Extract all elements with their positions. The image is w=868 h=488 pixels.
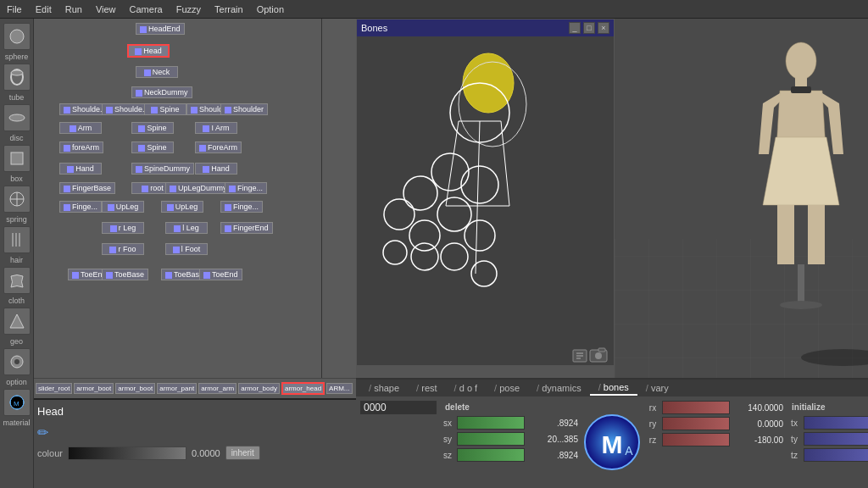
node-spine2[interactable]: Spine xyxy=(131,141,174,153)
node-fingere[interactable]: Finge... xyxy=(220,201,263,213)
box-tool[interactable] xyxy=(3,145,31,172)
node-spinedummy[interactable]: SpineDummy xyxy=(131,163,194,175)
tab-bones[interactable]: bones xyxy=(590,380,637,396)
tab-shape[interactable]: shape xyxy=(360,381,408,395)
node-icon-rfoo xyxy=(109,247,116,253)
node-rleg[interactable]: r Leg xyxy=(102,222,144,234)
node-toebase[interactable]: ToeBase xyxy=(102,269,148,280)
node-fingerr[interactable]: Finge... xyxy=(225,182,267,194)
tz-bar[interactable] xyxy=(804,448,868,462)
bones-3d-viewport[interactable] xyxy=(357,36,614,365)
node-uplegy[interactable]: UpLeg xyxy=(102,201,144,213)
sx-label: sx xyxy=(441,419,454,428)
armor-node-7[interactable]: ARM... xyxy=(326,383,352,394)
inherit-button[interactable]: inherit xyxy=(225,446,260,460)
pencil-icon[interactable]: ✏ xyxy=(37,424,48,441)
node-uplegdummy[interactable]: UpLegDummy xyxy=(165,182,231,194)
armor-node-6[interactable]: armor_head xyxy=(281,382,325,395)
node-icon-shoulder2 xyxy=(225,107,231,114)
dialog-maximize[interactable]: □ xyxy=(583,22,595,34)
material-tool[interactable]: M xyxy=(3,389,31,416)
node-icon-neck xyxy=(144,69,151,76)
node-shoulder2[interactable]: Shoulder xyxy=(220,103,268,115)
dialog-minimize[interactable]: _ xyxy=(569,22,581,34)
node-graph-area[interactable]: HeadEndHeadNeckNeckDummyShoulde...Should… xyxy=(34,19,322,378)
node-forearml[interactable]: foreArm xyxy=(59,141,103,153)
node-lfoo[interactable]: l Foot xyxy=(165,243,208,255)
dialog-close[interactable]: × xyxy=(598,22,609,34)
node-headend[interactable]: HeadEnd xyxy=(136,23,185,35)
node-neck[interactable]: Neck xyxy=(136,66,178,78)
option-tool[interactable] xyxy=(3,348,31,375)
tab-rest[interactable]: rest xyxy=(408,381,445,395)
node-handr[interactable]: Hand xyxy=(195,163,237,175)
bones-titlebar[interactable]: Bones _ □ × xyxy=(357,19,614,36)
node-arml[interactable]: Arm xyxy=(59,122,102,134)
node-icon-toebase xyxy=(106,272,113,279)
sz-label: sz xyxy=(441,451,454,460)
menu-view[interactable]: View xyxy=(89,3,123,16)
left-value-input[interactable] xyxy=(360,401,437,414)
node-forearmr[interactable]: ForeArm xyxy=(195,141,242,153)
menu-option[interactable]: Option xyxy=(250,3,291,16)
ry-bar[interactable] xyxy=(662,417,730,430)
tube-tool[interactable] xyxy=(3,64,31,91)
rz-bar[interactable] xyxy=(662,433,730,446)
menu-run[interactable]: Run xyxy=(58,3,89,16)
menu-terrain[interactable]: Terrain xyxy=(208,3,250,16)
armor-node-0[interactable]: slider_root xyxy=(36,383,72,394)
node-shouldersp[interactable]: Spine xyxy=(144,103,186,115)
delete-label: delete xyxy=(441,401,578,413)
armor-node-5[interactable]: armor_body xyxy=(238,383,280,394)
ty-bar[interactable] xyxy=(804,432,868,446)
node-lleg[interactable]: l Leg xyxy=(165,222,208,234)
geo-label: geo xyxy=(10,337,23,346)
node-icon-spinedummy xyxy=(136,166,142,173)
svg-rect-4 xyxy=(11,152,23,164)
left-toolbar: sphere tube disc box spring hair cloth g… xyxy=(0,19,34,488)
values-area: delete sx .8924 sy 20...385 sz .89 xyxy=(356,396,868,488)
node-finger[interactable]: Finge... xyxy=(59,201,102,213)
tab-dynamics[interactable]: dynamics xyxy=(528,381,590,395)
node-uplegl[interactable]: UpLeg xyxy=(161,201,203,213)
spring-tool[interactable] xyxy=(3,186,31,213)
tab-dof[interactable]: d o f xyxy=(446,381,487,395)
armor-node-3[interactable]: armor_pant xyxy=(157,383,197,394)
node-fingerend[interactable]: FingerEnd xyxy=(220,222,273,234)
hair-tool[interactable] xyxy=(3,226,31,253)
node-hand[interactable]: Hand xyxy=(59,163,102,175)
node-spine[interactable]: Spine xyxy=(131,122,174,134)
sphere-tool[interactable] xyxy=(3,23,31,50)
node-toeend2[interactable]: ToeEnd xyxy=(199,269,242,280)
cloth-tool[interactable] xyxy=(3,267,31,294)
node-fingerbase[interactable]: FingerBase xyxy=(59,182,115,194)
ry-row: ry 0.0000 xyxy=(646,417,783,430)
disc-tool[interactable] xyxy=(3,104,31,131)
menu-file[interactable]: File xyxy=(0,3,29,16)
node-icon-fingerbase xyxy=(64,186,70,192)
node-rfoo[interactable]: r Foo xyxy=(102,243,144,255)
tab-pose[interactable]: pose xyxy=(486,381,528,395)
geo-tool[interactable] xyxy=(3,308,31,335)
menu-edit[interactable]: Edit xyxy=(29,3,58,16)
sx-bar[interactable] xyxy=(457,416,525,430)
armor-node-4[interactable]: armor_arm xyxy=(198,383,236,394)
node-icon-rleg xyxy=(110,225,117,232)
selected-node-label: Head xyxy=(37,403,353,419)
node-head[interactable]: Head xyxy=(127,44,170,58)
svg-point-42 xyxy=(786,42,816,80)
rx-bar[interactable] xyxy=(662,401,730,414)
sy-bar[interactable] xyxy=(457,432,525,446)
svg-rect-46 xyxy=(798,264,804,307)
tx-bar[interactable] xyxy=(804,416,868,430)
node-iarm[interactable]: I Arm xyxy=(195,122,237,134)
armor-node-2[interactable]: armor_boot xyxy=(115,383,155,394)
node-icon-spine xyxy=(138,125,145,132)
tab-vary[interactable]: vary xyxy=(637,381,677,395)
armor-node-1[interactable]: armor_boot xyxy=(74,383,114,394)
colour-swatch[interactable] xyxy=(68,446,186,460)
menu-fuzzy[interactable]: Fuzzy xyxy=(170,3,208,16)
menu-camera[interactable]: Camera xyxy=(123,3,170,16)
sz-bar[interactable] xyxy=(457,448,525,462)
node-neckdummy[interactable]: NeckDummy xyxy=(131,86,192,98)
